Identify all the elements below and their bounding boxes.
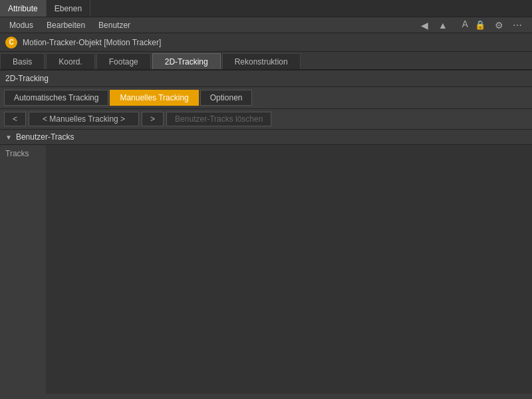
tab-2d-tracking[interactable]: 2D-Tracking <box>152 53 221 69</box>
menu-bearbeiten[interactable]: Bearbeiten <box>40 19 92 31</box>
benutzer-tracks-header[interactable]: ▼ Benutzer-Tracks <box>0 130 532 145</box>
object-title-bar: C Motion-Tracker-Objekt [Motion Tracker] <box>0 33 532 52</box>
nav-prev-button[interactable]: < <box>4 112 26 126</box>
tab-attribute[interactable]: Attribute <box>0 0 47 17</box>
tracks-main-area <box>47 145 532 394</box>
sub-tab-manuelles[interactable]: Manuelles Tracking <box>110 90 198 106</box>
benutzer-tracks-label: Benutzer-Tracks <box>16 132 74 142</box>
tab-basis[interactable]: Basis <box>0 53 45 69</box>
nav-buttons: < < Manuelles Tracking > > Benutzer-Trac… <box>0 109 532 130</box>
arrow-right-icon[interactable]: A <box>455 19 468 32</box>
lock-icon[interactable]: 🔒 <box>473 19 487 32</box>
tab-koord[interactable]: Koord. <box>46 53 94 69</box>
main-tabs: Basis Koord. Footage 2D-Tracking Rekonst… <box>0 52 532 70</box>
section-title: 2D-Tracking <box>0 70 532 87</box>
nav-manuelles-tracking-button[interactable]: < Manuelles Tracking > <box>29 112 139 126</box>
menu-bar: Modus Bearbeiten Benutzer ◀ ▲ A 🔒 ⚙ ⋯ <box>0 17 532 33</box>
tab-footage[interactable]: Footage <box>96 53 151 69</box>
triangle-icon[interactable]: ▲ <box>436 19 450 32</box>
more-icon[interactable]: ⋯ <box>511 19 524 32</box>
tracks-content: Tracks <box>0 145 532 394</box>
menu-benutzer[interactable]: Benutzer <box>92 19 137 31</box>
sub-tabs: Automatisches Tracking Manuelles Trackin… <box>0 87 532 109</box>
tab-rekonstruktion[interactable]: Rekonstruktion <box>222 53 301 69</box>
menu-icon-group: ◀ ▲ A 🔒 ⚙ ⋯ <box>418 19 529 32</box>
arrow-left-icon[interactable]: ◀ <box>418 19 431 32</box>
object-title-text: Motion-Tracker-Objekt [Motion Tracker] <box>23 38 161 47</box>
top-tab-bar: Attribute Ebenen <box>0 0 532 17</box>
tracks-label: Tracks <box>0 145 47 394</box>
collapse-arrow-icon: ▼ <box>5 134 12 141</box>
sub-tab-optionen[interactable]: Optionen <box>200 90 253 106</box>
sub-tab-automatisches[interactable]: Automatisches Tracking <box>4 90 108 106</box>
tab-ebenen[interactable]: Ebenen <box>47 0 90 17</box>
settings-icon[interactable]: ⚙ <box>492 19 505 32</box>
nav-delete-tracks-button[interactable]: Benutzer-Tracks löschen <box>166 112 271 126</box>
nav-next-button[interactable]: > <box>142 112 164 126</box>
object-logo: C <box>5 37 17 49</box>
menu-modus[interactable]: Modus <box>3 19 40 31</box>
